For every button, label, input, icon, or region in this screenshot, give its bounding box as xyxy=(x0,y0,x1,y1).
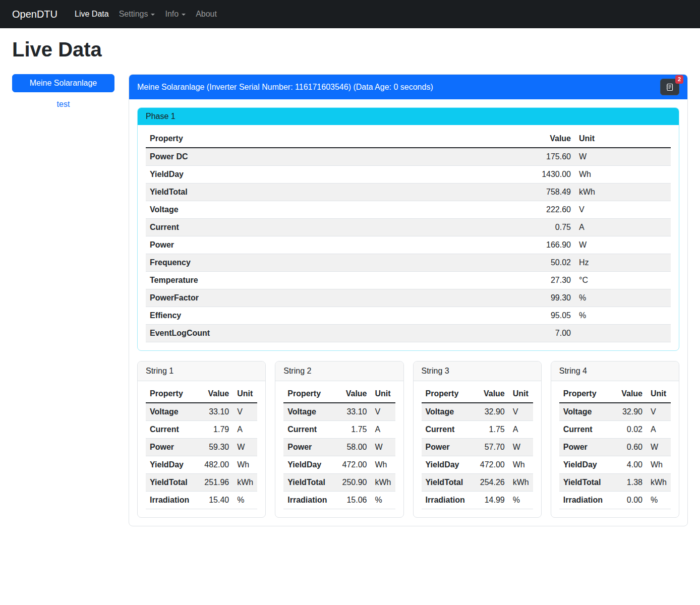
column-header-unit: Unit xyxy=(647,385,671,403)
column-header-property: Property xyxy=(283,385,331,403)
property-cell: Voltage xyxy=(146,403,194,421)
value-cell: 27.30 xyxy=(509,272,575,289)
nav-item-settings[interactable]: Settings xyxy=(114,6,160,23)
table-row: Power57.70W xyxy=(422,439,533,456)
unit-cell: Wh xyxy=(371,456,395,474)
nav-item-info-label: Info xyxy=(165,10,179,18)
property-cell: Current xyxy=(146,421,194,439)
nav-item-live-data-label: Live Data xyxy=(75,10,109,18)
unit-cell: kWh xyxy=(575,184,671,201)
property-cell: Power xyxy=(422,439,470,456)
unit-cell: Wh xyxy=(233,456,257,474)
table-row: YieldDay1430.00Wh xyxy=(146,166,671,184)
value-cell: 250.90 xyxy=(332,474,371,492)
property-cell: EventLogCount xyxy=(146,325,509,342)
string-card-title: String 4 xyxy=(551,361,679,381)
inverter-select-button[interactable]: Meine Solaranlage xyxy=(12,74,114,92)
phase-card-body: PropertyValueUnit Power DC175.60WYieldDa… xyxy=(138,125,679,350)
property-cell: Power xyxy=(283,439,331,456)
table-row: YieldTotal251.96kWh xyxy=(146,474,257,492)
value-cell: 58.00 xyxy=(332,439,371,456)
table-row: YieldTotal250.90kWh xyxy=(283,474,395,492)
inverter-header-title: Meine Solaranlage (Inverter Serial Numbe… xyxy=(137,83,433,92)
nav-item-about[interactable]: About xyxy=(191,6,222,23)
unit-cell: % xyxy=(575,289,671,307)
column-header-value: Value xyxy=(470,385,509,403)
column-header-value: Value xyxy=(332,385,371,403)
table-row: YieldTotal758.49kWh xyxy=(146,184,671,201)
value-cell: 472.00 xyxy=(332,456,371,474)
navbar-menu: Live Data Settings Info About xyxy=(70,6,222,23)
value-cell: 1.79 xyxy=(194,421,233,439)
unit-cell: A xyxy=(509,421,533,439)
value-cell: 1.75 xyxy=(332,421,371,439)
unit-cell: % xyxy=(647,492,671,509)
chevron-down-icon xyxy=(151,14,155,16)
navbar-brand[interactable]: OpenDTU xyxy=(12,9,57,20)
property-cell: YieldDay xyxy=(559,456,607,474)
value-cell: 482.00 xyxy=(194,456,233,474)
value-cell: 0.60 xyxy=(607,439,647,456)
table-row: Current1.79A xyxy=(146,421,257,439)
nav-item-about-label: About xyxy=(196,10,217,18)
unit-cell xyxy=(575,325,671,342)
column-header-property: Property xyxy=(146,130,509,148)
column-header-value: Value xyxy=(607,385,647,403)
unit-cell: % xyxy=(575,307,671,325)
table-row: Voltage32.90V xyxy=(559,403,671,421)
eventlog-button[interactable]: 2 xyxy=(660,79,679,95)
unit-cell: W xyxy=(647,439,671,456)
unit-cell: % xyxy=(509,492,533,509)
inverter-select-link-test[interactable]: test xyxy=(12,100,114,109)
value-cell: 32.90 xyxy=(470,403,509,421)
unit-cell: kWh xyxy=(233,474,257,492)
table-row: Irradiation15.40% xyxy=(146,492,257,509)
string-card-1: String 1 PropertyValueUnitVoltage33.10VC… xyxy=(137,361,266,518)
table-row: Temperature27.30°C xyxy=(146,272,671,289)
property-cell: Voltage xyxy=(422,403,470,421)
value-cell: 1430.00 xyxy=(509,166,575,184)
table-row: Irradiation14.99% xyxy=(422,492,533,509)
value-cell: 57.70 xyxy=(470,439,509,456)
property-cell: Irradiation xyxy=(559,492,607,509)
value-cell: 222.60 xyxy=(509,201,575,219)
value-cell: 166.90 xyxy=(509,236,575,254)
phase-card-title: Phase 1 xyxy=(138,108,679,125)
table-row: YieldTotal1.38kWh xyxy=(559,474,671,492)
value-cell: 14.99 xyxy=(470,492,509,509)
nav-item-settings-label: Settings xyxy=(119,10,148,18)
property-cell: Power xyxy=(146,236,509,254)
phase-data-table: PropertyValueUnit Power DC175.60WYieldDa… xyxy=(146,130,671,342)
strings-row: String 1 PropertyValueUnitVoltage33.10VC… xyxy=(137,361,679,518)
value-cell: 1.75 xyxy=(470,421,509,439)
property-cell: YieldTotal xyxy=(146,184,509,201)
property-cell: YieldDay xyxy=(422,456,470,474)
value-cell: 251.96 xyxy=(194,474,233,492)
table-row: Voltage33.10V xyxy=(146,403,257,421)
unit-cell: A xyxy=(371,421,395,439)
column-header-unit: Unit xyxy=(371,385,395,403)
inverter-card-body: Phase 1 PropertyValueUnit Power DC175.60… xyxy=(129,99,687,526)
string-data-table: PropertyValueUnitVoltage33.10VCurrent1.7… xyxy=(283,385,395,509)
table-row: YieldDay472.00Wh xyxy=(283,456,395,474)
unit-cell: W xyxy=(509,439,533,456)
table-row: Power59.30W xyxy=(146,439,257,456)
navbar: OpenDTU Live Data Settings Info About xyxy=(0,0,700,28)
table-row: Current1.75A xyxy=(283,421,395,439)
nav-item-info[interactable]: Info xyxy=(160,6,191,23)
value-cell: 0.75 xyxy=(509,219,575,236)
inverter-card-header: Meine Solaranlage (Inverter Serial Numbe… xyxy=(129,75,687,99)
table-row: Current0.75A xyxy=(146,219,671,236)
property-cell: YieldTotal xyxy=(559,474,607,492)
nav-item-live-data[interactable]: Live Data xyxy=(70,6,114,23)
value-cell: 472.00 xyxy=(470,456,509,474)
unit-cell: Wh xyxy=(647,456,671,474)
property-cell: Irradiation xyxy=(283,492,331,509)
property-cell: YieldDay xyxy=(146,166,509,184)
table-row: Current1.75A xyxy=(422,421,533,439)
unit-cell: °C xyxy=(575,272,671,289)
string-card-title: String 2 xyxy=(275,361,403,381)
unit-cell: V xyxy=(575,201,671,219)
property-cell: YieldTotal xyxy=(283,474,331,492)
unit-cell: kWh xyxy=(371,474,395,492)
